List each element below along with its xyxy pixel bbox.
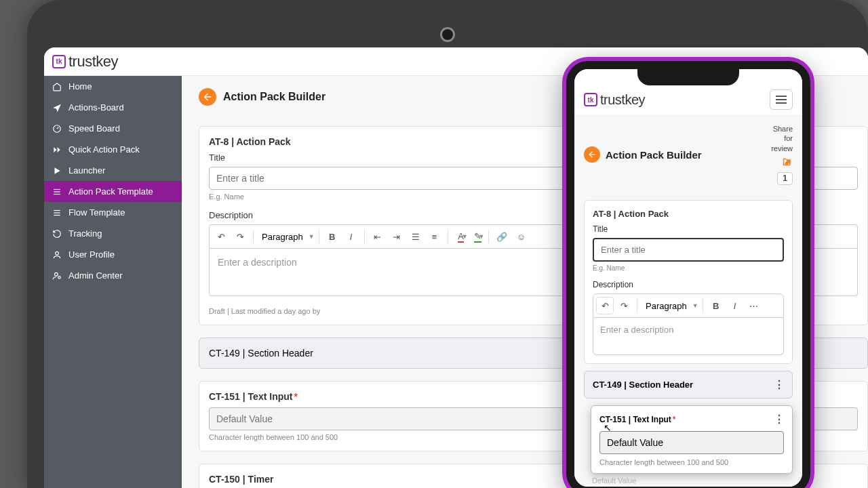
phone-section-header[interactable]: CT-149 | Section Header ⋮ [584,371,793,399]
play-icon [52,166,62,176]
card-heading: AT-8 | Action Pack [593,209,784,219]
history-icon [52,229,62,239]
toolbar-separator [319,230,319,243]
sidebar-item-quick-action-pack[interactable]: Quick Action Pack [44,139,182,160]
svg-point-9 [58,276,61,279]
sidebar-item-action-pack-template[interactable]: Action Pack Template [44,181,182,202]
sidebar-item-label: Quick Action Pack [68,144,140,155]
sidebar-item-label: Admin Center [68,270,122,281]
phone-back-button[interactable] [584,146,600,163]
share-icon [781,156,793,168]
indent-button[interactable]: ⇥ [388,228,406,245]
phone-rte-toolbar: ↶ ↷ Paragraph▼ B I ⋯ [593,293,784,318]
sidebar-item-actions-board[interactable]: Actions-Board [44,97,182,118]
numbered-list-button[interactable]: ☰ [407,228,425,245]
redo-button[interactable]: ↷ [615,297,633,314]
kebab-menu-icon[interactable]: ⋮ [774,413,784,426]
highlight-button[interactable]: ✎ [469,228,487,245]
title-helper: E.g. Name [593,264,784,272]
sidebar-nav: Home Actions-Board Speed Board Quick Act… [44,76,182,488]
italic-button[interactable]: I [726,297,744,314]
bullet-list-button[interactable]: ≡ [426,228,443,245]
italic-button[interactable]: I [342,228,360,245]
sidebar-item-user-profile[interactable]: User Profile [44,244,182,265]
toolbar-separator [488,230,489,243]
sidebar-item-launcher[interactable]: Launcher [44,160,182,181]
sidebar-item-label: Launcher [68,165,105,176]
phone-title-row: Action Pack Builder Share for review 1 [574,116,802,193]
toolbar-separator [364,230,365,243]
brand-logo[interactable]: tk trustkey [52,53,118,70]
phone-faded-default: Default Value [584,476,793,485]
arrow-left-icon [587,150,597,159]
sidebar-item-label: Action Pack Template [68,186,153,197]
phone-title-input[interactable] [593,238,784,262]
sidebar-item-label: Home [68,81,92,92]
kebab-menu-icon[interactable]: ⋮ [774,378,784,391]
sidebar-item-tracking[interactable]: Tracking [44,223,182,244]
tablet-camera [440,27,455,42]
bold-button[interactable]: B [323,228,341,245]
title-label: Title [593,224,784,234]
back-button[interactable] [199,88,216,106]
bold-button[interactable]: B [707,297,725,314]
fast-forward-icon [52,145,62,155]
paragraph-dropdown[interactable]: Paragraph [258,229,317,245]
phone-notch [637,68,739,85]
phone-shadow-helper: Character length between 100 and 500 [584,486,793,487]
sidebar-item-home[interactable]: Home [44,76,182,97]
phone-brand-logo[interactable]: tk trustkey [584,92,645,108]
brand-name: trustkey [68,53,118,70]
undo-button[interactable]: ↶ [212,228,230,245]
phone-description-editor[interactable]: Enter a description [593,318,784,355]
list-icon [52,187,62,197]
phone-drag-card[interactable]: ↖ CT-151 | Text Input* ⋮ Character lengt… [591,405,793,474]
phone-default-value-input[interactable] [599,431,784,454]
redo-button[interactable]: ↷ [231,228,249,245]
outdent-button[interactable]: ⇤ [369,228,387,245]
sidebar-item-label: Speed Board [68,123,120,134]
paragraph-dropdown[interactable]: Paragraph [642,298,701,314]
hamburger-icon [776,96,787,97]
sidebar-item-speed-board[interactable]: Speed Board [44,118,182,139]
page-title: Action Pack Builder [223,91,326,103]
sidebar-item-admin-center[interactable]: Admin Center [44,265,182,286]
logo-badge-icon: tk [52,55,66,68]
required-asterisk: * [294,391,297,402]
home-icon [52,82,62,92]
toolbar-separator [703,299,703,312]
text-color-button[interactable]: A [452,228,470,245]
svg-point-7 [56,251,59,255]
sidebar-item-label: Tracking [68,228,102,239]
list-alt-icon [52,208,62,218]
toolbar-separator [637,299,637,312]
share-for-review[interactable]: Share for review 1 [771,124,793,185]
logo-badge-icon: tk [584,93,597,106]
user-icon [52,250,62,260]
more-button[interactable]: ⋯ [745,297,763,314]
review-count-badge: 1 [777,172,793,186]
toolbar-separator [448,230,448,243]
link-button[interactable]: 🔗 [493,228,511,245]
sidebar-item-flow-template[interactable]: Flow Template [44,202,182,223]
undo-button[interactable]: ↶ [596,297,614,314]
phone-preview-frame: tk trustkey Action Pack Builder Share fo… [566,61,810,488]
brand-name: trustkey [600,92,645,108]
description-label: Description [593,280,784,289]
sidebar-item-label: Flow Template [68,207,125,218]
toolbar-separator [253,230,254,243]
phone-page-title: Action Pack Builder [606,149,702,161]
emoji-button[interactable]: ☺ [512,228,530,245]
arrow-left-icon [202,92,213,102]
required-asterisk: * [673,415,676,424]
sidebar-item-label: Actions-Board [68,102,124,113]
menu-toggle-button[interactable] [770,89,793,110]
phone-action-pack-card: AT-8 | Action Pack Title E.g. Name Descr… [584,200,793,364]
sidebar-item-label: User Profile [68,249,115,260]
user-cog-icon [52,271,62,281]
char-length-helper: Character length between 100 and 500 [599,458,784,466]
gauge-icon [52,124,62,134]
location-arrow-icon [52,103,62,113]
phone-screen: tk trustkey Action Pack Builder Share fo… [574,69,802,487]
svg-point-8 [55,272,58,276]
